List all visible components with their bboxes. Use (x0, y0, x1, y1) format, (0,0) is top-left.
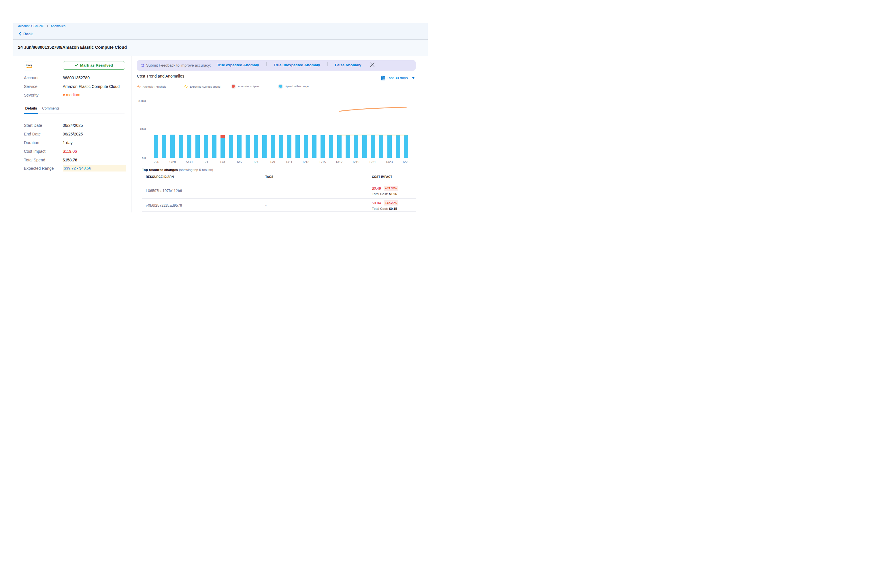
svg-text:aws: aws (26, 63, 32, 67)
